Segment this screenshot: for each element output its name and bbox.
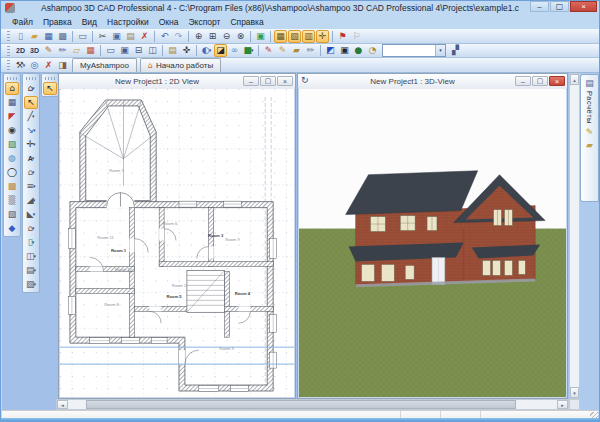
scrollbar-thumb[interactable] — [86, 400, 516, 409]
view-3d-button[interactable]: 3D — [28, 44, 41, 57]
menu-item[interactable]: Правка — [38, 16, 77, 29]
terrain-icon[interactable]: ▨ — [5, 138, 19, 151]
find-element-icon[interactable]: ◎ — [28, 59, 41, 72]
beam-tool-icon[interactable]: ≡▾ — [24, 180, 38, 193]
floor-select-icon[interactable]: ⌂▾ — [24, 82, 38, 95]
pointer-mode-icon[interactable]: ↖ — [43, 82, 57, 95]
view3d-maximize-button[interactable]: ▢ — [532, 76, 548, 86]
project-table-icon[interactable]: ▦ — [5, 96, 19, 109]
edit-terrain-icon[interactable]: ✎ — [262, 44, 275, 57]
open-folder-icon[interactable]: ▰ — [28, 30, 41, 43]
gray-flag-icon[interactable]: ⚐ — [350, 30, 363, 43]
titlebar[interactable]: Ashampoo 3D CAD Professional 4 - C:\Prog… — [1, 1, 599, 15]
measure-tool-icon[interactable]: ✛▾ — [24, 138, 38, 151]
view2d-maximize-button[interactable]: ▢ — [260, 76, 276, 86]
red-flag-icon[interactable]: ⚑ — [336, 30, 349, 43]
scroll-right-icon[interactable]: ▸ — [557, 400, 568, 409]
delete-icon[interactable]: ✗ — [138, 30, 151, 43]
selection-mode-icon[interactable]: ◩ — [324, 44, 337, 57]
zoom-window-icon[interactable]: ⊞ — [206, 30, 219, 43]
roof-tool-icon[interactable]: ◢▾ — [24, 194, 38, 207]
wall-tool-icon[interactable]: ⌂▾ — [24, 166, 38, 179]
zoom-all-icon[interactable]: ⊗ — [234, 30, 247, 43]
scroll-down-icon[interactable]: ▾ — [570, 387, 579, 398]
toolbar-grip[interactable] — [7, 31, 10, 41]
save-as-icon[interactable]: ▩ — [56, 30, 69, 43]
paste-icon[interactable]: ▤ — [124, 30, 137, 43]
print-icon[interactable]: ▭ — [76, 30, 89, 43]
chevron-down-icon[interactable]: ▾ — [435, 45, 445, 56]
cut-icon[interactable]: ✂ — [96, 30, 109, 43]
close-button[interactable]: × — [570, 1, 597, 12]
window-2d-titlebar[interactable]: New Project1 : 2D View – ▢ × — [59, 74, 295, 90]
edit-icon[interactable]: ✎ — [586, 127, 594, 137]
undo-icon[interactable]: ↶ — [158, 30, 171, 43]
toggle-snap-icon[interactable]: ▧ — [288, 30, 301, 43]
texture-folder-icon[interactable]: ▰ — [290, 44, 303, 57]
building-levels-icon[interactable]: ⌂ — [5, 82, 19, 95]
material-icon[interactable]: ✏ — [304, 44, 317, 57]
zoom-in-icon[interactable]: ⊕ — [192, 30, 205, 43]
image-icon[interactable]: ▧ — [5, 208, 19, 221]
delete-selection-icon[interactable]: ✗ — [42, 59, 55, 72]
toolbar-grip[interactable] — [26, 77, 36, 80]
time-icon[interactable]: ◔ — [366, 44, 379, 57]
catalog-icon[interactable]: ▦ — [84, 44, 97, 57]
line-tool-icon[interactable]: ╱▾ — [24, 110, 38, 123]
save-view-icon[interactable]: ▞ — [449, 44, 462, 57]
scroll-left-icon[interactable]: ◂ — [57, 400, 68, 409]
walkthrough-icon[interactable]: ✜ — [180, 44, 193, 57]
toggle-guides-icon[interactable]: ✛ — [316, 30, 329, 43]
materials-icon[interactable]: ▩ — [5, 180, 19, 193]
settings-gear-icon[interactable]: ◯ — [5, 166, 19, 179]
tab-getting-started[interactable]: ⌂Начало работы — [140, 58, 221, 72]
3d-canvas[interactable] — [299, 89, 566, 397]
cascade-windows-icon[interactable]: ▣ — [118, 44, 131, 57]
folder-icon[interactable]: ▰ — [586, 140, 593, 150]
copy-icon[interactable]: ▣ — [110, 30, 123, 43]
view-mode-icon[interactable]: ◐▾ — [200, 44, 213, 57]
menu-item[interactable]: Экспорт — [183, 16, 225, 29]
mdi-vertical-scrollbar[interactable]: ▴ ▾ — [569, 73, 580, 399]
tile-horizontal-icon[interactable]: ⊟ — [132, 44, 145, 57]
menu-item[interactable]: Файл — [7, 16, 38, 29]
new-window-icon[interactable]: ▭ — [104, 44, 117, 57]
project-folder-icon[interactable]: ▤ — [166, 44, 179, 57]
text-tool-icon[interactable]: A▾ — [24, 152, 38, 165]
hatch-icon[interactable]: ▒ — [5, 194, 19, 207]
tools-wrench-icon[interactable]: ⚒▾ — [14, 59, 27, 72]
zoom-out-icon[interactable]: ⊖ — [220, 30, 233, 43]
globe-icon[interactable]: ● — [352, 44, 365, 57]
element-info-icon[interactable]: ▣ — [254, 30, 267, 43]
link-views-icon[interactable]: ∞ — [228, 44, 241, 57]
house-wizard-icon[interactable]: ⌂▾ — [24, 222, 38, 235]
mdi-horizontal-scrollbar[interactable]: ◂ ▸ — [56, 399, 569, 410]
photo-view-icon[interactable]: ◍ — [5, 152, 19, 165]
toggle-grid-icon[interactable]: ▦ — [274, 30, 287, 43]
render-mode-icon[interactable]: ◪ — [214, 44, 227, 57]
view-preset-combo[interactable]: ▾ — [382, 44, 446, 57]
calculations-panel-tab[interactable]: ▤ Расчёты ✎ ▰ — [580, 74, 599, 202]
protection-shield-icon[interactable]: ◆ — [5, 222, 19, 235]
view2d-minimize-button[interactable]: – — [243, 76, 259, 86]
design-pen-icon[interactable]: ✎ — [42, 44, 55, 57]
scroll-up-icon[interactable]: ▴ — [570, 74, 579, 85]
toggle-ruler-icon[interactable]: ▥ — [302, 30, 315, 43]
tab-myashampoo[interactable]: MyAshampoo — [72, 58, 137, 72]
menu-item[interactable]: Окна — [154, 16, 184, 29]
menu-item[interactable]: Вид — [77, 16, 102, 29]
view3d-close-button[interactable]: × — [549, 76, 565, 86]
window-tool-icon[interactable]: ◫▾ — [24, 250, 38, 263]
view2d-close-button[interactable]: × — [277, 76, 293, 86]
minimize-button[interactable]: – — [530, 1, 549, 12]
snapshot-icon[interactable]: ◨ — [56, 59, 69, 72]
redo-icon[interactable]: ↷ — [172, 30, 185, 43]
view-2d-button[interactable]: 2D — [14, 44, 27, 57]
2d-canvas[interactable]: Room 7Room 11Room 1Room 6Room 3Room 9Roo… — [60, 89, 294, 397]
element-tool-icon[interactable]: ▧▾ — [24, 278, 38, 291]
new-document-icon[interactable]: ▯ — [14, 30, 27, 43]
maximize-button[interactable]: ▢ — [550, 1, 569, 12]
menu-item[interactable]: Справка — [225, 16, 268, 29]
guide-tool-icon[interactable]: ↘▾ — [24, 124, 38, 137]
tile-vertical-icon[interactable]: ◫ — [146, 44, 159, 57]
